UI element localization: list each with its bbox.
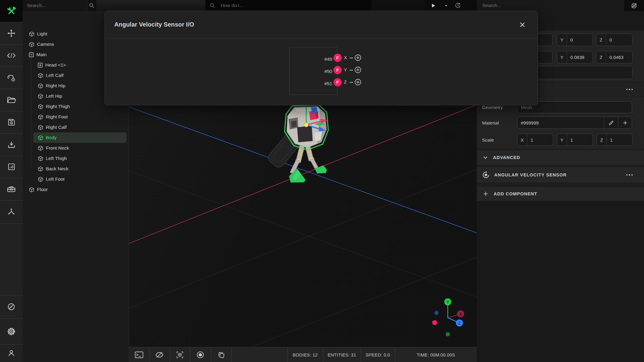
tree-item-label: Camera bbox=[37, 42, 54, 47]
tree-item-back-neck[interactable]: Back Neck bbox=[23, 164, 129, 174]
dialog-close-button[interactable] bbox=[520, 22, 526, 28]
tree-item-left-foot[interactable]: Left Foot bbox=[23, 174, 129, 184]
import-button[interactable] bbox=[0, 133, 23, 156]
save-icon bbox=[7, 118, 16, 126]
project-search-input[interactable]: Search... bbox=[23, 0, 87, 11]
advanced-section-header[interactable]: ADVANCED bbox=[477, 150, 644, 165]
vector2-y-field[interactable]: Y 0.0838 bbox=[557, 51, 593, 63]
toolbox-button[interactable] bbox=[0, 178, 23, 200]
move-tool-button[interactable] bbox=[0, 22, 23, 44]
tree-item-left-thigh[interactable]: Left Thigh bbox=[23, 153, 129, 164]
pencil-icon bbox=[608, 120, 614, 126]
field-value[interactable]: 1 bbox=[527, 137, 533, 143]
app-logo-button[interactable] bbox=[0, 0, 23, 22]
field-value[interactable]: 0.0463 bbox=[606, 55, 624, 60]
focus-object-button[interactable] bbox=[170, 347, 190, 362]
cube-icon bbox=[38, 73, 43, 78]
play-button[interactable] bbox=[425, 0, 442, 11]
node-graph-button[interactable] bbox=[0, 200, 23, 223]
field-axis-label: Z bbox=[596, 51, 606, 63]
axis-dot-green[interactable] bbox=[446, 332, 450, 336]
field-value[interactable]: 1 bbox=[607, 137, 613, 143]
person-icon bbox=[7, 349, 15, 357]
material-field[interactable]: #999999 bbox=[517, 117, 632, 129]
io-row-x: #49 F X bbox=[105, 53, 538, 66]
add-connection-button[interactable] bbox=[354, 54, 362, 61]
history-button[interactable] bbox=[450, 0, 466, 11]
add-connection-button[interactable] bbox=[354, 78, 362, 86]
field-value[interactable]: 0 bbox=[606, 37, 612, 42]
stats-button[interactable] bbox=[0, 156, 23, 178]
help-search-input[interactable]: How do I... bbox=[205, 0, 371, 11]
terminal-button[interactable] bbox=[129, 347, 149, 362]
offline-status-button[interactable] bbox=[624, 0, 644, 11]
tree-item-floor[interactable]: Floor bbox=[23, 184, 129, 195]
scale-z-field[interactable]: Z 1 bbox=[597, 134, 633, 146]
search-icon bbox=[210, 3, 215, 8]
code-icon bbox=[7, 52, 16, 59]
scale-x-field[interactable]: X 1 bbox=[517, 134, 553, 146]
dash-connector bbox=[350, 58, 353, 58]
vector1-z-field[interactable]: Z 0 bbox=[596, 34, 633, 46]
settings-button[interactable] bbox=[0, 318, 23, 344]
float-type-badge[interactable]: F bbox=[333, 54, 342, 62]
tree-item-right-foot[interactable]: Right Foot bbox=[23, 112, 129, 122]
material-edit-button[interactable] bbox=[604, 117, 618, 129]
field-axis-label: Z bbox=[597, 134, 607, 146]
angular-velocity-sensor-section-header[interactable]: ANGULAR VELOCITY SENSOR bbox=[477, 167, 644, 183]
record-button[interactable] bbox=[190, 347, 211, 362]
vector2-z-field[interactable]: Z 0.0463 bbox=[596, 51, 633, 63]
axis-dot-pink[interactable] bbox=[432, 320, 437, 325]
material-value[interactable]: #999999 bbox=[517, 120, 604, 125]
gizmo-origin-handle[interactable] bbox=[304, 123, 308, 127]
close-icon bbox=[520, 22, 526, 27]
gauge-button[interactable] bbox=[0, 295, 23, 318]
material-add-button[interactable] bbox=[618, 117, 632, 129]
axis-dot-blue[interactable] bbox=[434, 311, 439, 315]
tree-item-label: Light bbox=[37, 31, 47, 37]
robot-model[interactable] bbox=[266, 105, 328, 183]
automation-tool-button[interactable] bbox=[0, 67, 23, 89]
field-axis-label: Y bbox=[557, 134, 567, 146]
gauge-icon bbox=[7, 302, 16, 311]
duplicate-button[interactable] bbox=[211, 347, 231, 362]
history-icon bbox=[454, 2, 461, 9]
play-options-button[interactable] bbox=[442, 0, 450, 11]
help-search-placeholder: How do I... bbox=[221, 0, 243, 11]
angular-velocity-sensor-io-dialog: Angular Velocity Sensor I/O #49 F X #50 … bbox=[105, 11, 538, 105]
cube-icon bbox=[38, 114, 43, 120]
more-menu-icon[interactable] bbox=[626, 174, 633, 176]
hide-button[interactable] bbox=[149, 347, 170, 362]
inspector-search-input[interactable]: Search... bbox=[477, 0, 624, 11]
add-component-button[interactable]: ADD COMPONENT bbox=[477, 187, 644, 201]
axis-orientation-gizmo[interactable]: Y X Z bbox=[432, 299, 464, 337]
float-type-badge[interactable]: F bbox=[333, 78, 342, 86]
project-search-button[interactable] bbox=[87, 0, 96, 11]
project-search-placeholder: Search... bbox=[27, 0, 87, 11]
field-value[interactable]: 0.0838 bbox=[567, 55, 584, 60]
more-menu-icon[interactable] bbox=[626, 89, 633, 90]
save-button[interactable] bbox=[0, 111, 23, 133]
code-tool-button[interactable] bbox=[0, 44, 23, 67]
scale-y-field[interactable]: Y 1 bbox=[557, 134, 593, 146]
node-graph-icon bbox=[7, 208, 16, 216]
field-value[interactable]: 0 bbox=[567, 37, 573, 42]
search-icon bbox=[89, 3, 94, 8]
field-axis-label: Z bbox=[596, 34, 606, 46]
tree-item-body-selected[interactable]: Body bbox=[23, 132, 129, 143]
status-time: TIME: 00M:00.00S bbox=[395, 347, 477, 362]
collapse-icon[interactable] bbox=[29, 52, 34, 57]
field-value[interactable]: 1 bbox=[567, 137, 573, 143]
files-button[interactable] bbox=[0, 89, 23, 111]
tree-item-right-calf[interactable]: Right Calf bbox=[23, 122, 129, 132]
io-axis-label: X bbox=[344, 55, 347, 60]
io-row-z: #51 F Z bbox=[105, 78, 538, 90]
inspector-search-placeholder: Search... bbox=[482, 0, 624, 11]
tree-item-front-neck[interactable]: Front Neck bbox=[23, 143, 129, 153]
expand-icon[interactable] bbox=[38, 63, 43, 68]
add-connection-button[interactable] bbox=[354, 66, 362, 74]
account-button[interactable] bbox=[0, 344, 23, 362]
float-type-badge[interactable]: F bbox=[333, 66, 342, 74]
io-axis-label: Y bbox=[344, 67, 347, 73]
vector1-y-field[interactable]: Y 0 bbox=[557, 34, 593, 46]
